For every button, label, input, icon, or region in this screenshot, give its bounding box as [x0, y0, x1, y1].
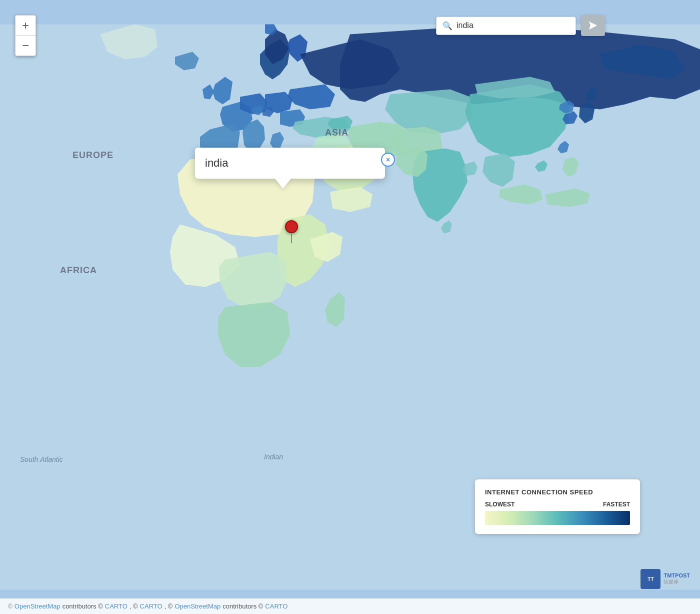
search-input[interactable] — [456, 21, 570, 30]
legend-gradient — [485, 511, 630, 525]
attribution-carto-link-2[interactable]: CARTO — [140, 602, 162, 610]
map-tooltip: india × — [195, 148, 385, 179]
zoom-out-button[interactable]: − — [16, 36, 36, 56]
legend-slowest-label: SLOWEST — [485, 501, 514, 508]
legend-fastest-label: FASTEST — [603, 501, 630, 508]
zoom-in-button[interactable]: + — [16, 16, 36, 36]
search-container: 🔍 — [436, 15, 605, 36]
attribution-osm-link-2[interactable]: OpenStreetMap — [174, 602, 220, 610]
map-pin — [285, 220, 298, 243]
tmtpost-logo: TT — [640, 569, 660, 589]
zoom-controls: + − — [15, 15, 36, 56]
search-go-button[interactable] — [581, 15, 605, 36]
watermark: TT TMTPOST钛媒体 — [640, 569, 690, 589]
attribution-carto-link-3[interactable]: CARTO — [265, 602, 288, 610]
pin-head — [285, 220, 298, 233]
legend-labels: SLOWEST FASTEST — [485, 501, 630, 508]
pin-needle — [291, 233, 292, 243]
tooltip-text: india — [205, 157, 228, 169]
tooltip-close-button[interactable]: × — [381, 153, 395, 167]
legend-title: INTERNET CONNECTION SPEED — [485, 488, 630, 496]
search-box: 🔍 — [436, 17, 576, 35]
legend-box: INTERNET CONNECTION SPEED SLOWEST FASTES… — [475, 479, 640, 534]
watermark-text: TMTPOST钛媒体 — [664, 572, 690, 585]
map-container: EUROPE AFRICA ASIA South Atlantic Indian… — [0, 0, 700, 614]
search-icon: 🔍 — [442, 21, 452, 31]
attribution-carto-link-1[interactable]: CARTO — [105, 602, 128, 610]
watermark-inner: TT TMTPOST钛媒体 — [640, 569, 690, 589]
attribution-carto-logo: © — [8, 603, 12, 610]
attribution-bar: © OpenStreetMap contributors © CARTO , ©… — [0, 598, 700, 614]
navigate-icon — [588, 21, 598, 31]
attribution-osm-link[interactable]: OpenStreetMap — [14, 602, 60, 610]
